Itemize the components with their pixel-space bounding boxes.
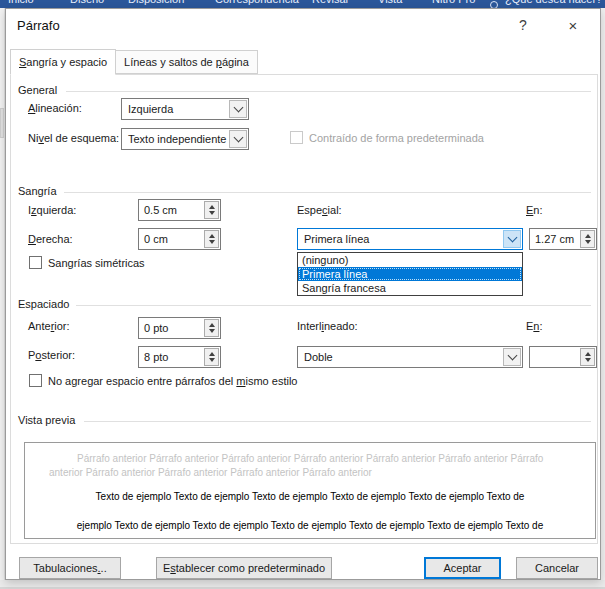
checkbox-box [290,131,303,144]
sangrias-simetricas-label: Sangrías simétricas [48,257,145,269]
dropdown-button[interactable] [229,100,247,118]
chevron-down-icon [233,103,243,113]
no-agregar-espacio-checkbox[interactable]: No agregar espacio entre párrafos del mi… [29,374,297,387]
ribbon-tab-fragment[interactable]: Correspondencia [215,0,299,7]
cancelar-button-label: Cancelar [535,562,579,574]
en-sangria-spinner[interactable]: 1.27 cm [529,228,597,250]
checkbox-box[interactable] [29,256,42,269]
dropdown-button[interactable] [503,348,521,366]
ribbon-tab-fragment[interactable]: Revisar [312,0,349,7]
especial-value: Primera línea [304,229,369,249]
screen: Inicio Diseño Disposición Correspondenci… [0,0,605,589]
spinner-up-icon[interactable] [209,352,215,356]
preview-sample-line1: Texto de ejemplo Texto de ejemplo Texto … [25,491,595,502]
spinner-down-icon[interactable] [209,358,215,362]
section-vista-previa-label: Vista previa [18,414,75,426]
ribbon-tab-fragment[interactable]: Nitro Pro [432,0,475,7]
spinner-buttons[interactable] [204,201,219,219]
section-divider [84,421,591,422]
spinner-down-icon[interactable] [585,358,591,362]
dropdown-option-sangria-francesa[interactable]: Sangría francesa [298,281,522,295]
chevron-down-icon [233,133,243,143]
derecha-label: Derecha: [28,233,73,245]
dropdown-button[interactable] [503,230,521,248]
posterior-value: 8 pto [139,347,203,367]
preview-box: Párrafo anterior Párrafo anterior Párraf… [24,442,596,539]
establecer-button-label: Establecer como predeterminado [163,562,325,574]
section-divider [64,192,591,193]
tab-lineas-y-saltos[interactable]: Líneas y saltos de página [115,50,258,74]
help-button[interactable]: ? [509,16,537,34]
especial-dropdown-list: (ninguno) Primera línea Sangría francesa [297,252,523,296]
document-edge-right [601,8,605,589]
posterior-label: Posterior: [28,349,75,361]
especial-dropdown[interactable]: Primera línea [297,228,523,250]
alineacion-label: Alineación: [28,102,82,114]
ribbon-tab-fragment[interactable]: Diseño [70,0,104,7]
spinner-buttons[interactable] [204,319,219,337]
posterior-spinner[interactable]: 8 pto [138,346,221,368]
dropdown-option-ninguno[interactable]: (ninguno) [298,253,522,267]
en-espaciado-label: En: [526,320,543,332]
spinner-up-icon[interactable] [209,205,215,209]
anterior-value: 0 pto [139,318,203,338]
alineacion-dropdown[interactable]: Izquierda [121,98,249,120]
spinner-up-icon[interactable] [209,323,215,327]
sangrias-simetricas-checkbox[interactable]: Sangrías simétricas [29,256,145,269]
aceptar-button[interactable]: Aceptar [424,557,501,579]
establecer-predeterminado-button[interactable]: Establecer como predeterminado [156,557,332,579]
spinner-buttons[interactable] [580,230,595,248]
spinner-down-icon[interactable] [585,240,591,244]
interlineado-label: Interlineado: [297,320,358,332]
document-strip-bottom [0,580,605,589]
en-espaciado-value [530,347,579,367]
search-icon[interactable] [490,1,498,8]
dropdown-option-primera-linea[interactable]: Primera línea [298,267,522,281]
ruler-fragment [0,108,4,138]
en-sangria-label: En: [526,204,543,216]
tabulaciones-button[interactable]: Tabulaciones... [19,557,121,579]
ribbon-tab-fragment[interactable]: Vista [378,0,402,7]
derecha-value: 0 cm [139,229,203,249]
ribbon-tab-fragment[interactable]: Disposición [128,0,184,7]
izquierda-value: 0.5 cm [139,200,203,220]
spinner-down-icon[interactable] [209,329,215,333]
anterior-spinner[interactable]: 0 pto [138,317,221,339]
nivel-esquema-dropdown[interactable]: Texto independiente [121,128,249,150]
spinner-up-icon[interactable] [585,352,591,356]
paragraph-dialog: Párrafo ? × Sangría y espacio Líneas y s… [5,8,601,580]
chevron-down-icon [507,233,517,243]
tab-label: Sangría y espacio [19,56,107,68]
cancelar-button[interactable]: Cancelar [516,557,598,579]
contraido-checkbox: Contraído de forma predeterminada [290,131,484,144]
close-icon[interactable]: × [559,16,587,34]
en-sangria-value: 1.27 cm [530,229,579,249]
dialog-title: Párrafo [17,18,60,33]
spinner-down-icon[interactable] [209,211,215,215]
en-espaciado-spinner[interactable] [529,346,597,368]
word-ribbon-strip: Inicio Diseño Disposición Correspondenci… [0,0,605,8]
preview-sample-line2: ejemplo Texto de ejemplo Texto de ejempl… [25,520,595,531]
especial-label: Especial: [297,204,342,216]
section-espaciado-label: Espaciado [18,298,69,310]
nivel-esquema-label: Nivel de esquema: [28,132,119,144]
spinner-buttons[interactable] [580,348,595,366]
section-divider [76,305,591,306]
tab-sangria-y-espacio[interactable]: Sangría y espacio [10,49,116,75]
checkbox-box[interactable] [29,374,42,387]
section-general-label: General [18,84,57,96]
spinner-buttons[interactable] [204,348,219,366]
izquierda-label: Izquierda: [28,204,76,216]
spinner-down-icon[interactable] [209,240,215,244]
ribbon-tab-fragment[interactable]: Inicio [8,0,34,7]
interlineado-dropdown[interactable]: Doble [297,346,523,368]
spinner-up-icon[interactable] [209,234,215,238]
tab-label: Líneas y saltos de página [124,56,249,68]
ribbon-search-fragment[interactable]: ¿Qué desea hacer? [505,0,602,7]
spinner-buttons[interactable] [204,230,219,248]
izquierda-spinner[interactable]: 0.5 cm [138,199,221,221]
spinner-up-icon[interactable] [585,234,591,238]
dropdown-button[interactable] [229,130,247,148]
aceptar-button-label: Aceptar [444,562,482,574]
derecha-spinner[interactable]: 0 cm [138,228,221,250]
